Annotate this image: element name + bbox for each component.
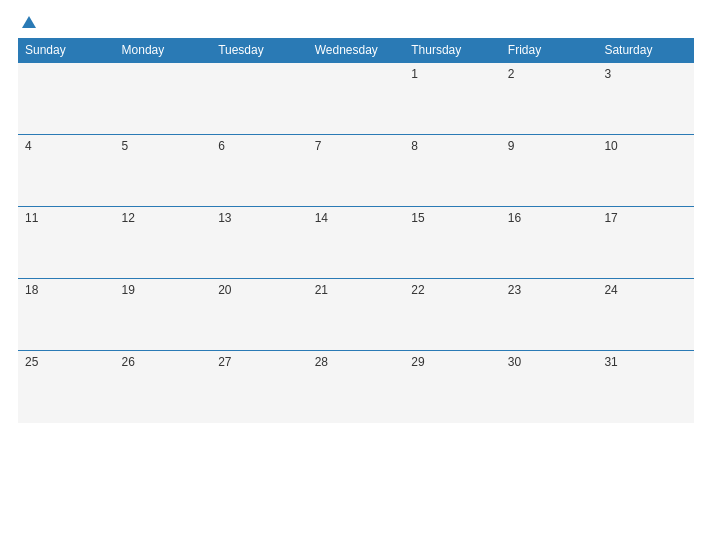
calendar-cell (115, 63, 212, 135)
calendar-cell (18, 63, 115, 135)
calendar-cell: 13 (211, 207, 308, 279)
week-row-4: 18192021222324 (18, 279, 694, 351)
day-number: 13 (218, 211, 231, 225)
weekday-header-saturday: Saturday (597, 38, 694, 63)
day-number: 10 (604, 139, 617, 153)
day-number: 4 (25, 139, 32, 153)
calendar-body: 1234567891011121314151617181920212223242… (18, 63, 694, 423)
day-number: 8 (411, 139, 418, 153)
day-number: 30 (508, 355, 521, 369)
weekday-header-wednesday: Wednesday (308, 38, 405, 63)
calendar-container: SundayMondayTuesdayWednesdayThursdayFrid… (0, 0, 712, 550)
calendar-cell: 12 (115, 207, 212, 279)
day-number: 28 (315, 355, 328, 369)
day-number: 17 (604, 211, 617, 225)
calendar-cell: 22 (404, 279, 501, 351)
day-number: 21 (315, 283, 328, 297)
day-number: 19 (122, 283, 135, 297)
weekday-header-sunday: Sunday (18, 38, 115, 63)
day-number: 3 (604, 67, 611, 81)
calendar-cell: 14 (308, 207, 405, 279)
day-number: 14 (315, 211, 328, 225)
calendar-cell: 30 (501, 351, 598, 423)
day-number: 2 (508, 67, 515, 81)
day-number: 9 (508, 139, 515, 153)
weekday-header-tuesday: Tuesday (211, 38, 308, 63)
day-number: 20 (218, 283, 231, 297)
logo-blue-row (18, 16, 36, 28)
calendar-cell: 9 (501, 135, 598, 207)
calendar-cell: 19 (115, 279, 212, 351)
logo (18, 16, 36, 28)
calendar-cell: 5 (115, 135, 212, 207)
day-number: 31 (604, 355, 617, 369)
week-row-2: 45678910 (18, 135, 694, 207)
week-row-3: 11121314151617 (18, 207, 694, 279)
calendar-cell: 1 (404, 63, 501, 135)
calendar-cell: 21 (308, 279, 405, 351)
calendar-cell: 25 (18, 351, 115, 423)
calendar-cell: 2 (501, 63, 598, 135)
calendar-cell: 11 (18, 207, 115, 279)
calendar-cell: 28 (308, 351, 405, 423)
calendar-cell: 29 (404, 351, 501, 423)
day-number: 29 (411, 355, 424, 369)
calendar-cell (308, 63, 405, 135)
calendar-cell: 16 (501, 207, 598, 279)
calendar-header-row: SundayMondayTuesdayWednesdayThursdayFrid… (18, 38, 694, 63)
day-number: 1 (411, 67, 418, 81)
calendar-cell: 4 (18, 135, 115, 207)
calendar-cell: 18 (18, 279, 115, 351)
day-number: 12 (122, 211, 135, 225)
day-number: 18 (25, 283, 38, 297)
logo-triangle-icon (22, 16, 36, 28)
calendar-cell: 26 (115, 351, 212, 423)
calendar-cell: 3 (597, 63, 694, 135)
week-row-5: 25262728293031 (18, 351, 694, 423)
calendar-cell: 6 (211, 135, 308, 207)
day-number: 26 (122, 355, 135, 369)
calendar-cell: 10 (597, 135, 694, 207)
day-number: 23 (508, 283, 521, 297)
calendar-cell: 15 (404, 207, 501, 279)
day-number: 6 (218, 139, 225, 153)
day-number: 7 (315, 139, 322, 153)
calendar-cell (211, 63, 308, 135)
calendar-cell: 8 (404, 135, 501, 207)
weekday-header-thursday: Thursday (404, 38, 501, 63)
weekday-header-row: SundayMondayTuesdayWednesdayThursdayFrid… (18, 38, 694, 63)
weekday-header-monday: Monday (115, 38, 212, 63)
calendar-cell: 20 (211, 279, 308, 351)
calendar-cell: 31 (597, 351, 694, 423)
calendar-cell: 17 (597, 207, 694, 279)
calendar-cell: 24 (597, 279, 694, 351)
weekday-header-friday: Friday (501, 38, 598, 63)
day-number: 22 (411, 283, 424, 297)
day-number: 27 (218, 355, 231, 369)
week-row-1: 123 (18, 63, 694, 135)
day-number: 11 (25, 211, 38, 225)
calendar-cell: 27 (211, 351, 308, 423)
calendar-header (18, 16, 694, 28)
calendar-grid: SundayMondayTuesdayWednesdayThursdayFrid… (18, 38, 694, 423)
calendar-cell: 7 (308, 135, 405, 207)
day-number: 5 (122, 139, 129, 153)
calendar-cell: 23 (501, 279, 598, 351)
day-number: 15 (411, 211, 424, 225)
day-number: 24 (604, 283, 617, 297)
day-number: 16 (508, 211, 521, 225)
day-number: 25 (25, 355, 38, 369)
